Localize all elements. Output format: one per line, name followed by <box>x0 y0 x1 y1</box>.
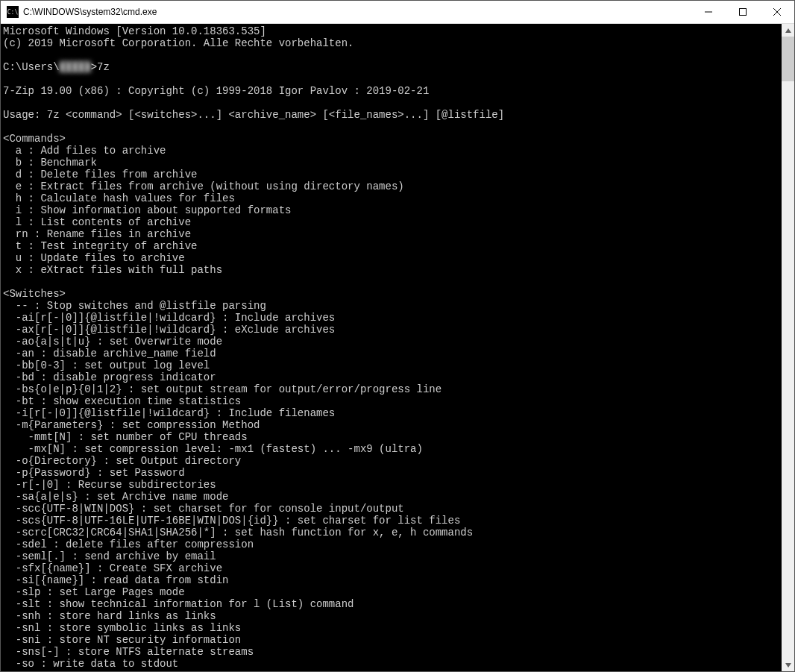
minimize-button[interactable] <box>691 1 726 23</box>
window-title: C:\WINDOWS\system32\cmd.exe <box>23 7 691 17</box>
maximize-button[interactable] <box>726 1 760 23</box>
scroll-thumb[interactable] <box>782 37 794 81</box>
cmd-window: C:\ C:\WINDOWS\system32\cmd.exe Microsof… <box>0 0 795 672</box>
titlebar[interactable]: C:\ C:\WINDOWS\system32\cmd.exe <box>1 1 794 24</box>
close-button[interactable] <box>760 1 794 23</box>
svg-marker-5 <box>785 663 791 668</box>
vertical-scrollbar[interactable] <box>782 24 794 671</box>
window-controls <box>691 1 794 23</box>
client-area: Microsoft Windows [Version 10.0.18363.53… <box>1 24 794 671</box>
cmd-icon: C:\ <box>7 6 19 18</box>
terminal-output[interactable]: Microsoft Windows [Version 10.0.18363.53… <box>1 24 782 671</box>
scroll-up-button[interactable] <box>782 24 794 37</box>
svg-rect-1 <box>740 9 747 16</box>
svg-marker-4 <box>785 28 791 33</box>
scroll-down-button[interactable] <box>782 659 794 671</box>
